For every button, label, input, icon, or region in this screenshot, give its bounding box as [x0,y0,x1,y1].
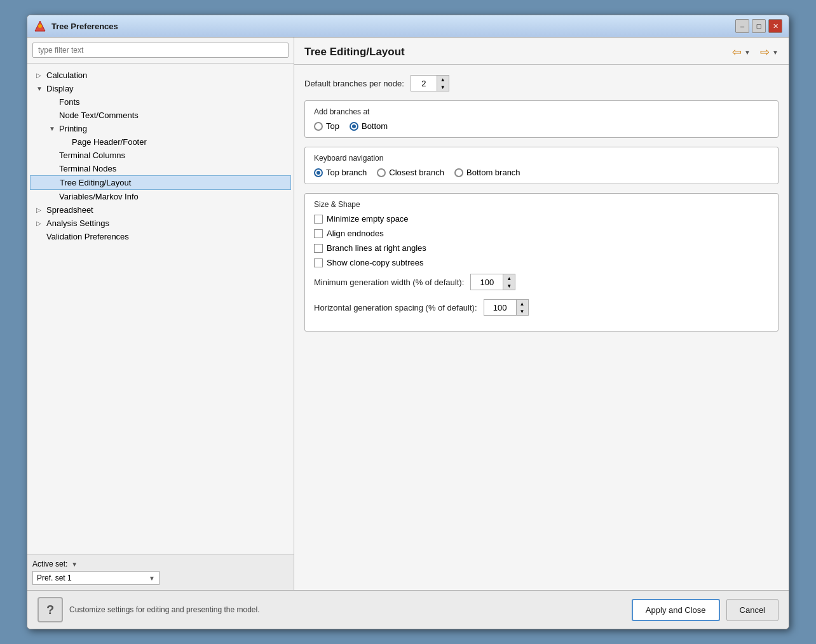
tree-item-analysis-settings[interactable]: ▷Analysis Settings [30,217,291,230]
tree-item-label: Validation Preferences [46,232,129,241]
tree-item-label: Terminal Columns [59,151,125,160]
footer-buttons: Apply and Close Cancel [632,599,779,621]
radio-bottom-label: Bottom [362,121,388,131]
min-gen-input[interactable] [471,274,503,290]
tree-item-terminal-nodes[interactable]: Terminal Nodes [30,162,291,175]
horiz-gen-up-button[interactable]: ▲ [517,300,528,307]
min-gen-spinbox-btns: ▲ ▼ [503,274,515,290]
branch-lines-checkbox[interactable]: Branch lines at right angles [314,243,769,253]
tree-item-terminal-columns[interactable]: Terminal Columns [30,149,291,162]
keyboard-nav-title: Keyboard navigation [314,154,769,163]
size-shape-group: Size & Shape Minimize empty space Align … [304,193,779,332]
close-button[interactable]: ✕ [768,19,782,33]
tree-arrow-icon: ▷ [36,206,44,213]
tree-item-label: Page Header/Footer [72,137,147,147]
tree-item-node-text[interactable]: Node Text/Comments [30,109,291,122]
radio-top-circle [314,122,323,131]
add-branches-group: Add branches at Top Bottom [304,100,779,138]
nav-top-circle [314,168,323,177]
filter-input[interactable] [32,43,289,58]
right-panel: Tree Editing/Layout ⇦ ▼ ⇨ ▼ Default bran… [294,37,789,590]
add-branches-bottom[interactable]: Bottom [350,121,388,131]
left-panel: ▷Calculation▼DisplayFontsNode Text/Comme… [27,37,294,590]
tree-arrow-icon: ▷ [36,220,44,227]
min-gen-up-button[interactable]: ▲ [503,274,515,282]
tree-item-label: Printing [59,124,87,133]
radio-bottom-dot [352,124,356,128]
pref-set-dropdown[interactable]: Pref. set 1 ▼ [32,571,160,585]
tree-item-label: Terminal Nodes [59,164,116,173]
tree-arrow-icon: ▷ [36,72,44,79]
show-clone-checkbox[interactable]: Show clone-copy subtrees [314,258,769,267]
min-gen-down-button[interactable]: ▼ [503,282,515,290]
back-button[interactable]: ⇦ [732,45,742,59]
right-content: Default branches per node: ▲ ▼ Add branc… [294,65,789,590]
nav-bottom-circle [454,168,463,177]
tree-item-variables-markov[interactable]: Variables/Markov Info [30,190,291,203]
keyboard-nav-options: Top branch Closest branch Bottom branch [314,168,769,177]
title-bar-buttons: – □ ✕ [735,19,782,33]
restore-button[interactable]: □ [752,19,766,33]
active-set-arrow: ▼ [71,561,78,568]
horiz-gen-input[interactable] [484,300,516,315]
spinbox-buttons: ▲ ▼ [437,76,449,91]
nav-closest-branch[interactable]: Closest branch [377,168,444,177]
minimize-empty-checkbox[interactable]: Minimize empty space [314,214,769,224]
back-arrow-icon[interactable]: ▼ [744,49,751,56]
tree-item-display[interactable]: ▼Display [30,82,291,95]
tree-item-label: Analysis Settings [46,218,109,228]
footer-message: Customize settings for editing and prese… [69,605,260,614]
tree-item-page-header[interactable]: Page Header/Footer [30,135,291,149]
show-clone-box [314,258,323,267]
align-endnodes-checkbox[interactable]: Align endnodes [314,229,769,238]
nav-closest-circle [377,168,386,177]
filter-box [27,37,294,64]
tree-item-validation-preferences[interactable]: Validation Preferences [30,230,291,243]
show-clone-label: Show clone-copy subtrees [327,258,423,267]
tree-container: ▷Calculation▼DisplayFontsNode Text/Comme… [27,64,294,554]
cancel-button[interactable]: Cancel [726,599,779,621]
horiz-gen-label: Horizontal generation spacing (% of defa… [314,303,477,312]
tree-item-printing[interactable]: ▼Printing [30,122,291,135]
nav-bottom-branch[interactable]: Bottom branch [454,168,520,177]
preferences-window: Tree Preferences – □ ✕ ▷Calculation▼Disp… [27,15,789,629]
branches-up-button[interactable]: ▲ [437,76,449,83]
window-title: Tree Preferences [51,22,118,31]
minimize-button[interactable]: – [735,19,749,33]
apply-close-button[interactable]: Apply and Close [632,599,720,621]
tree-item-label: Spreadsheet [46,205,93,215]
horiz-gen-down-button[interactable]: ▼ [517,307,528,315]
nav-top-label: Top branch [326,168,367,177]
add-branches-title: Add branches at [314,107,769,116]
add-branches-options: Top Bottom [314,121,769,131]
nav-arrows: ⇦ ▼ ⇨ ▼ [732,45,779,59]
tree-item-tree-editing[interactable]: Tree Editing/Layout [30,175,291,190]
footer-left: ? Customize settings for editing and pre… [37,597,260,622]
tree-item-calculation[interactable]: ▷Calculation [30,69,291,82]
tree-item-fonts[interactable]: Fonts [30,95,291,109]
horiz-gen-row: Horizontal generation spacing (% of defa… [314,299,769,316]
tree-item-spreadsheet[interactable]: ▷Spreadsheet [30,203,291,217]
right-header: Tree Editing/Layout ⇦ ▼ ⇨ ▼ [294,37,789,65]
bottom-panel: Active set: ▼ Pref. set 1 ▼ [27,554,294,590]
dropdown-arrow-icon: ▼ [149,575,155,582]
add-branches-top[interactable]: Top [314,121,339,131]
minimize-empty-box [314,215,323,224]
branches-down-button[interactable]: ▼ [437,83,449,91]
nav-top-branch[interactable]: Top branch [314,168,367,177]
default-branches-input[interactable] [411,76,437,91]
help-button[interactable]: ? [37,597,63,622]
default-branches-label: Default branches per node: [304,79,404,88]
horiz-gen-spinbox: ▲ ▼ [484,299,529,316]
horiz-gen-spinbox-btns: ▲ ▼ [516,300,528,315]
forward-arrow-icon[interactable]: ▼ [772,49,779,56]
radio-top-label: Top [326,121,339,131]
forward-button[interactable]: ⇨ [760,45,770,59]
branch-lines-label: Branch lines at right angles [327,243,426,253]
active-set-label: Active set: ▼ [32,560,289,568]
tree-item-label: Display [46,84,74,93]
minimize-empty-label: Minimize empty space [327,214,409,224]
nav-top-dot [316,171,320,175]
branch-lines-box [314,244,323,253]
align-endnodes-box [314,229,323,238]
